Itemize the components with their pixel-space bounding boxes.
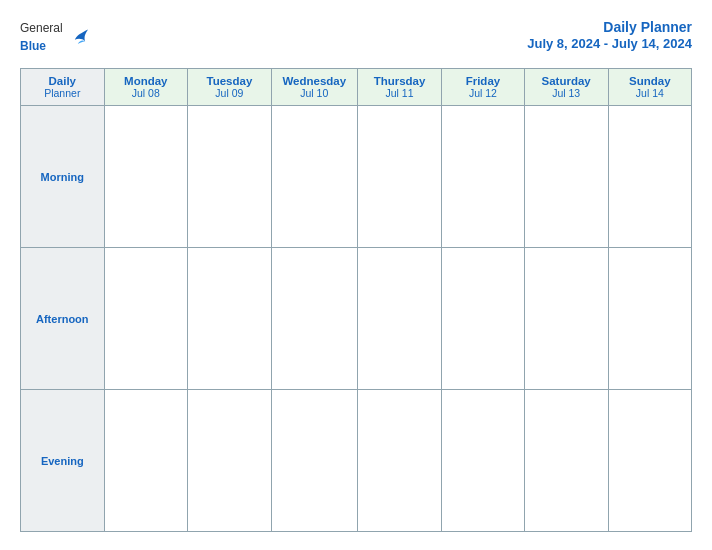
- logo-text: General Blue: [20, 18, 63, 54]
- afternoon-saturday-cell[interactable]: [524, 248, 608, 390]
- saturday-date: Jul 13: [529, 87, 604, 99]
- thursday-day: Thursday: [362, 75, 438, 87]
- afternoon-thursday-cell[interactable]: [357, 248, 442, 390]
- morning-label: Morning: [21, 106, 105, 248]
- evening-tuesday-cell[interactable]: [188, 390, 272, 532]
- evening-saturday-cell[interactable]: [524, 390, 608, 532]
- afternoon-sunday-cell[interactable]: [608, 248, 691, 390]
- sunday-date: Jul 14: [613, 87, 687, 99]
- row-evening: Evening: [21, 390, 692, 532]
- tuesday-day: Tuesday: [192, 75, 267, 87]
- page: General Blue Daily Planner July 8, 2024 …: [0, 0, 712, 550]
- morning-saturday-cell[interactable]: [524, 106, 608, 248]
- logo-general: General: [20, 21, 63, 35]
- logo-blue: Blue: [20, 39, 46, 53]
- thursday-date: Jul 11: [362, 87, 438, 99]
- afternoon-tuesday-cell[interactable]: [188, 248, 272, 390]
- morning-monday-cell[interactable]: [104, 106, 187, 248]
- wednesday-day: Wednesday: [276, 75, 353, 87]
- col-header-friday: Friday Jul 12: [442, 69, 524, 106]
- logo-bird-icon: [69, 25, 91, 47]
- col-header-saturday: Saturday Jul 13: [524, 69, 608, 106]
- col-header-monday: Monday Jul 08: [104, 69, 187, 106]
- afternoon-wednesday-cell[interactable]: [271, 248, 357, 390]
- title-area: Daily Planner July 8, 2024 - July 14, 20…: [527, 18, 692, 53]
- monday-date: Jul 08: [109, 87, 183, 99]
- morning-wednesday-cell[interactable]: [271, 106, 357, 248]
- sunday-day: Sunday: [613, 75, 687, 87]
- evening-sunday-cell[interactable]: [608, 390, 691, 532]
- date-range: July 8, 2024 - July 14, 2024: [527, 36, 692, 53]
- col-header-thursday: Thursday Jul 11: [357, 69, 442, 106]
- morning-thursday-cell[interactable]: [357, 106, 442, 248]
- afternoon-monday-cell[interactable]: [104, 248, 187, 390]
- morning-tuesday-cell[interactable]: [188, 106, 272, 248]
- afternoon-friday-cell[interactable]: [442, 248, 524, 390]
- monday-day: Monday: [109, 75, 183, 87]
- col-header-tuesday: Tuesday Jul 09: [188, 69, 272, 106]
- col-header-wednesday: Wednesday Jul 10: [271, 69, 357, 106]
- tuesday-date: Jul 09: [192, 87, 267, 99]
- saturday-day: Saturday: [529, 75, 604, 87]
- friday-date: Jul 12: [446, 87, 519, 99]
- morning-friday-cell[interactable]: [442, 106, 524, 248]
- evening-monday-cell[interactable]: [104, 390, 187, 532]
- morning-sunday-cell[interactable]: [608, 106, 691, 248]
- row-morning: Morning: [21, 106, 692, 248]
- evening-friday-cell[interactable]: [442, 390, 524, 532]
- evening-thursday-cell[interactable]: [357, 390, 442, 532]
- friday-day: Friday: [446, 75, 519, 87]
- wednesday-date: Jul 10: [276, 87, 353, 99]
- col-header-sunday: Sunday Jul 14: [608, 69, 691, 106]
- header-label-line1: Daily: [25, 75, 100, 87]
- table-header-label: Daily Planner: [21, 69, 105, 106]
- header-label-line2: Planner: [25, 87, 100, 99]
- header: General Blue Daily Planner July 8, 2024 …: [20, 18, 692, 54]
- row-afternoon: Afternoon: [21, 248, 692, 390]
- page-title: Daily Planner: [527, 18, 692, 36]
- afternoon-label: Afternoon: [21, 248, 105, 390]
- logo-area: General Blue: [20, 18, 91, 54]
- planner-table: Daily Planner Monday Jul 08 Tuesday Jul …: [20, 68, 692, 532]
- evening-wednesday-cell[interactable]: [271, 390, 357, 532]
- evening-label: Evening: [21, 390, 105, 532]
